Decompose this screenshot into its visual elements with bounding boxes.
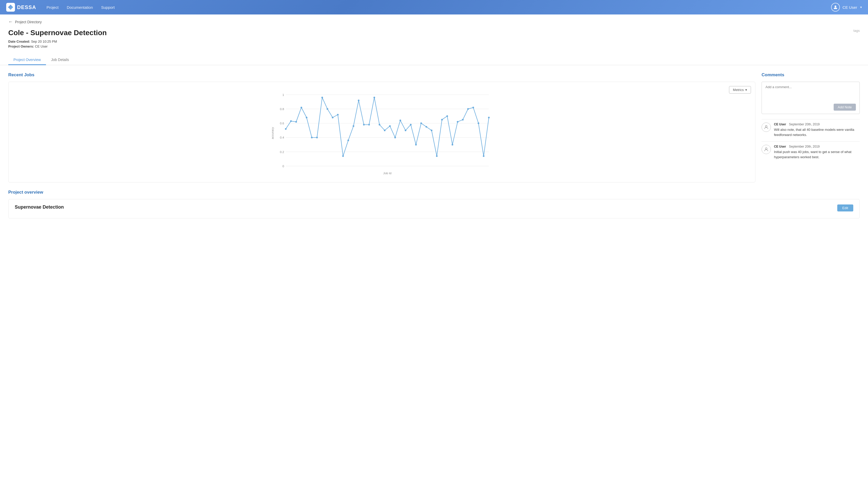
chart-dot: [321, 97, 323, 98]
add-note-button[interactable]: Add Note: [834, 104, 856, 111]
x-axis-label: Job Id: [383, 171, 391, 175]
chart-dot: [457, 121, 458, 122]
chart-dot: [316, 137, 318, 138]
tab-job-details[interactable]: Job Details: [46, 55, 74, 65]
breadcrumb: ← Project Directory: [0, 14, 868, 27]
project-title: Cole - Supernovae Detection: [8, 29, 860, 37]
svg-text:0: 0: [282, 164, 284, 168]
chart-container: accuracy 1 0.8 0.6 0.4 0.2: [15, 89, 749, 178]
chart-dot: [400, 120, 401, 121]
comment-item: CE User September 20th, 2019 Will also n…: [762, 122, 860, 137]
chart-dot: [425, 126, 427, 128]
brand-name: DESSA: [17, 4, 36, 10]
nav-username: CE User: [843, 5, 857, 10]
svg-text:0.4: 0.4: [280, 136, 285, 139]
chart-dot: [462, 119, 464, 120]
svg-text:0.8: 0.8: [280, 107, 284, 111]
comment-item-2: CE User September 20th, 2019 Initial pus…: [762, 145, 860, 160]
owners-label: Project Owners:: [8, 44, 34, 48]
metrics-button[interactable]: Metrics ▾: [729, 86, 751, 93]
chart-dot: [405, 130, 406, 131]
svg-text:0.2: 0.2: [280, 150, 284, 153]
project-date-meta: Date Created: Sep 20 10:25 PM: [8, 40, 860, 43]
chart-dot: [431, 130, 432, 131]
chart-dot: [342, 155, 344, 157]
owners-value: CE User: [35, 44, 48, 48]
svg-text:0.6: 0.6: [280, 121, 284, 125]
comment-input[interactable]: [765, 85, 856, 101]
svg-text:1: 1: [282, 93, 284, 97]
main-two-col: Recent Jobs Metrics ▾ accuracy: [0, 65, 868, 190]
chart-dot: [295, 121, 297, 122]
chart-dot: [389, 126, 391, 127]
user-icon: [833, 4, 838, 10]
svg-point-14: [765, 148, 767, 149]
back-arrow-icon[interactable]: ←: [8, 19, 13, 24]
nav-project[interactable]: Project: [46, 5, 59, 10]
nav-links: Project Documentation Support: [46, 5, 115, 10]
chart-dot: [290, 120, 292, 122]
chart-dot: [441, 119, 443, 120]
overview-card-title: Supernovae Detection: [15, 204, 853, 210]
user-icon: [764, 147, 769, 152]
user-icon: [764, 124, 769, 130]
comment-author-2: CE User: [774, 145, 786, 148]
chart-dot: [379, 124, 380, 126]
chart-dot: [306, 117, 307, 118]
chart-dot: [353, 126, 354, 127]
chart-dot: [363, 124, 364, 126]
project-overview-section: Project overview Edit Supernovae Detecti…: [0, 190, 868, 227]
comment-body-2: CE User September 20th, 2019 Initial pus…: [774, 145, 860, 160]
chart-dot: [311, 137, 313, 138]
comment-meta-2: CE User September 20th, 2019: [774, 145, 860, 148]
comment-text-2: Initial push was 40 jobs, want to get a …: [774, 149, 860, 160]
tags-label[interactable]: tags: [853, 29, 860, 32]
overview-section-title: Project overview: [8, 190, 860, 195]
nav-support[interactable]: Support: [101, 5, 115, 10]
chart-dot: [358, 100, 359, 101]
svg-point-0: [835, 6, 836, 7]
chart-dot: [348, 140, 349, 141]
chart-dot: [332, 117, 333, 118]
comment-box: Add Note: [762, 82, 860, 114]
date-created-label: Date Created:: [8, 40, 30, 43]
right-column: Comments Add Note CE User September 20th…: [762, 72, 860, 164]
comment-date-2: September 20th, 2019: [789, 145, 820, 148]
chart-dot: [394, 137, 396, 138]
y-axis-label: accuracy: [271, 127, 274, 139]
comment-meta-1: CE User September 20th, 2019: [774, 122, 860, 126]
tabs-bar: Project Overview Job Details: [0, 50, 868, 65]
comment-author-1: CE User: [774, 122, 786, 126]
chart-dot: [483, 155, 484, 157]
comments-title: Comments: [762, 72, 860, 78]
project-header: Cole - Supernovae Detection Date Created…: [0, 27, 868, 48]
nav-user-area: CE User ▾: [831, 3, 862, 12]
date-created-value: Sep 20 10:25 PM: [31, 40, 57, 43]
logo-icon: [6, 3, 15, 12]
chart-dot: [373, 97, 375, 98]
edit-button[interactable]: Edit: [837, 204, 853, 211]
chart-dot: [384, 130, 385, 131]
chart-dot: [420, 122, 422, 124]
chart-dot: [473, 107, 474, 108]
comment-divider-2: [762, 141, 860, 142]
user-avatar[interactable]: [831, 3, 840, 12]
chart-dot: [488, 117, 489, 118]
chart-dot: [300, 107, 302, 108]
chart-dot: [452, 144, 453, 145]
nav-documentation[interactable]: Documentation: [67, 5, 93, 10]
nav-chevron-icon[interactable]: ▾: [860, 6, 862, 9]
comment-body-1: CE User September 20th, 2019 Will also n…: [774, 122, 860, 137]
chart-dot: [369, 124, 370, 126]
navbar: DESSA Project Documentation Support CE U…: [0, 0, 868, 14]
breadcrumb-text[interactable]: Project Directory: [15, 20, 42, 24]
metrics-chevron-icon: ▾: [745, 88, 747, 92]
overview-card: Edit Supernovae Detection: [8, 199, 860, 219]
chart-card: Metrics ▾ accuracy: [8, 82, 755, 182]
recent-jobs-title: Recent Jobs: [8, 72, 755, 78]
project-owners-meta: Project Owners: CE User: [8, 44, 860, 48]
chart-dot: [467, 108, 469, 110]
tab-project-overview[interactable]: Project Overview: [8, 55, 46, 65]
brand-logo[interactable]: DESSA: [6, 3, 36, 12]
chart-dot: [410, 124, 412, 126]
